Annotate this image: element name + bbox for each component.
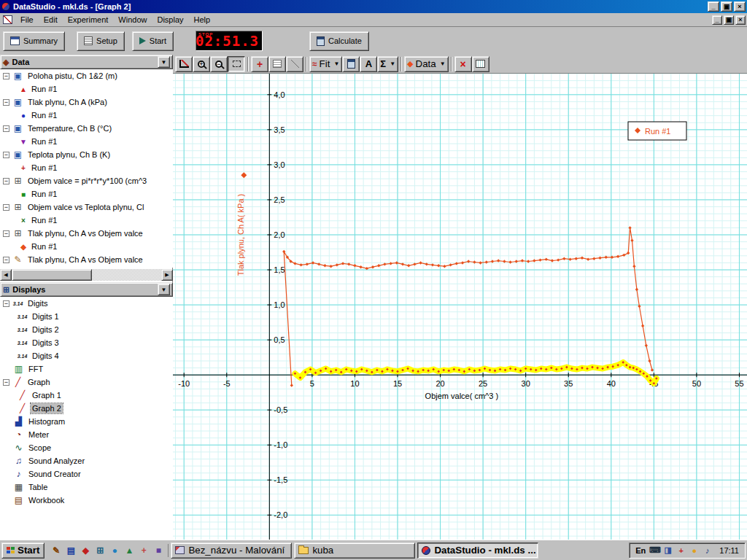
data-source-item[interactable]: −⊞Tlak plynu, Ch A vs Objem valce	[0, 227, 173, 240]
tree-expand-icon[interactable]: −	[3, 300, 9, 307]
quick-launch-1-icon[interactable]: ✎	[50, 544, 63, 557]
scroll-right-button[interactable]: ▶	[161, 269, 173, 281]
run-item[interactable]: ●Run #1	[0, 109, 173, 122]
tray-display-icon[interactable]: ◨	[662, 545, 673, 556]
menu-window[interactable]: Window	[113, 14, 152, 26]
zoom-select-button[interactable]	[228, 56, 245, 72]
tray-volume-icon[interactable]: ♪	[702, 545, 713, 556]
tree-expand-icon[interactable]: −	[3, 152, 9, 158]
data-source-item[interactable]: −▣Poloha pistu, Ch 1&2 (m)	[0, 69, 173, 82]
close-button[interactable]: ×	[734, 1, 746, 12]
smart-tool-button[interactable]: +	[251, 56, 268, 72]
menu-edit[interactable]: Edit	[39, 14, 63, 26]
tree-expand-icon[interactable]: −	[3, 73, 9, 79]
quick-launch-4-icon[interactable]: ⊞	[93, 544, 107, 557]
statistics-menu-button[interactable]: Σ▼	[377, 56, 398, 72]
graph-settings-button[interactable]	[472, 56, 489, 72]
display-subitem[interactable]: ╱Graph 2	[0, 402, 173, 415]
delete-button[interactable]: ×	[454, 56, 472, 72]
text-annotation-button[interactable]: A	[360, 56, 377, 72]
tree-expand-icon[interactable]: −	[3, 230, 9, 237]
data-tree-scrollbar[interactable]: ◀ ▶	[0, 269, 173, 281]
data-source-item[interactable]: −⊞Objem valce vs Teplota plynu, Cl	[0, 201, 173, 214]
data-source-item[interactable]: −✎Tlak plynu, Ch A vs Objem valce	[0, 253, 173, 266]
run-item[interactable]: ×Run #1	[0, 214, 173, 227]
quick-launch-3-icon[interactable]: ◆	[79, 544, 92, 557]
data-source-item[interactable]: −▣Tlak plynu, Ch A (kPa)	[0, 96, 173, 109]
displays-header-dropdown[interactable]: ▼	[158, 284, 170, 295]
notes-tool-button[interactable]	[268, 56, 286, 72]
menu-help[interactable]: Help	[189, 14, 216, 26]
tree-expand-icon[interactable]: −	[3, 204, 9, 211]
graph-display[interactable]: -10-55101520253035404550554,03,53,02,52,…	[173, 74, 747, 540]
tree-expand-icon[interactable]: −	[3, 178, 9, 184]
run-item[interactable]: ▼Run #1	[0, 135, 173, 148]
quick-launch-5-icon[interactable]: ●	[108, 544, 121, 557]
scale-to-fit-button[interactable]	[175, 56, 193, 72]
tray-keyboard-icon[interactable]: ⌨	[649, 545, 660, 556]
data-source-item[interactable]: −▣Teplota plynu, Ch B (K)	[0, 148, 173, 161]
run-item[interactable]: ▲Run #1	[0, 82, 173, 96]
tree-expand-icon[interactable]: −	[3, 125, 9, 132]
tray-antivirus-icon[interactable]: +	[676, 545, 686, 556]
calculate-tool-button[interactable]	[342, 56, 360, 72]
display-subitem[interactable]: 3.14Digits 1	[0, 310, 173, 323]
display-subitem[interactable]: 3.14Digits 2	[0, 323, 173, 336]
scrollbar-thumb[interactable]	[12, 269, 92, 281]
scroll-left-button[interactable]: ◀	[0, 269, 12, 281]
data-menu-button[interactable]: ◆Data▼	[404, 56, 449, 72]
mdi-close-button[interactable]: ×	[735, 15, 746, 25]
display-item[interactable]: ♫Sound Analyzer	[0, 454, 173, 467]
tree-expand-icon[interactable]: −	[3, 257, 9, 263]
display-subitem[interactable]: ╱Graph 1	[0, 389, 173, 402]
menu-display[interactable]: Display	[152, 14, 188, 26]
tree-expand-icon[interactable]: −	[3, 99, 9, 106]
taskbar-clock[interactable]: 17:11	[716, 546, 739, 555]
task-button-datastudio[interactable]: DataStudio - mkl.ds ...	[417, 542, 538, 559]
tray-scheduler-icon[interactable]: ●	[689, 545, 700, 556]
data-header-dropdown[interactable]: ▼	[158, 56, 170, 68]
display-item[interactable]: ▦Table	[0, 481, 173, 494]
run-item[interactable]: ◆Run #1	[0, 240, 173, 253]
summary-button[interactable]: Summary	[3, 31, 65, 51]
display-item[interactable]: −3.14Digits	[0, 297, 173, 310]
data-source-item[interactable]: −▣Temperature, Ch B (°C)	[0, 122, 173, 135]
task-button-folder[interactable]: kuba	[294, 542, 415, 559]
zoom-in-button[interactable]: +	[193, 56, 210, 72]
quick-launch-6-icon[interactable]: ▲	[123, 544, 136, 557]
display-item[interactable]: ▟Histogram	[0, 415, 173, 428]
run-item[interactable]: ■Run #1	[0, 187, 173, 201]
orange-diamond-marker: ◆	[19, 243, 28, 251]
minimize-button[interactable]: _	[708, 1, 719, 12]
menu-file[interactable]: File	[15, 14, 39, 26]
quick-launch-2-icon[interactable]: ▤	[64, 544, 77, 557]
mdi-restore-button[interactable]: ▣	[724, 15, 734, 25]
display-item[interactable]: ▥FFT	[0, 362, 173, 376]
tree-expand-icon[interactable]: −	[3, 379, 9, 386]
slope-tool-button[interactable]	[286, 56, 303, 72]
zoom-out-button[interactable]: −	[210, 56, 228, 72]
run-item[interactable]: +Run #1	[0, 161, 173, 174]
display-subitem[interactable]: 3.14Digits 4	[0, 349, 173, 362]
calculate-button[interactable]: Calculate	[309, 31, 369, 51]
display-subitem[interactable]: 3.14Digits 3	[0, 336, 173, 349]
quick-launch-7-icon[interactable]: +	[137, 544, 150, 557]
menu-experiment[interactable]: Experiment	[63, 14, 114, 26]
mdi-minimize-button[interactable]: _	[712, 15, 722, 25]
start-button[interactable]: Start	[132, 31, 174, 51]
data-source-item[interactable]: −⊞Objem valce = pi*r*r*y*100 (cm^3	[0, 174, 173, 187]
quick-launch-8-icon[interactable]: ■	[152, 544, 165, 557]
task-button-paint[interactable]: Bez_názvu - Malování	[171, 542, 292, 559]
display-item[interactable]: ∿Scope	[0, 441, 173, 454]
graph-plot[interactable]: -10-55101520253035404550554,03,53,02,52,…	[173, 74, 747, 540]
setup-button[interactable]: Setup	[77, 31, 125, 51]
display-item[interactable]: ▤Workbook	[0, 494, 173, 507]
scrollbar-track[interactable]	[12, 269, 161, 281]
display-item[interactable]: ◔Meter	[0, 428, 173, 441]
fit-menu-button[interactable]: ≈Fit▼	[309, 56, 342, 72]
maximize-button[interactable]: ▣	[721, 1, 732, 12]
display-item[interactable]: ♪Sound Creator	[0, 467, 173, 481]
language-indicator[interactable]: En	[635, 546, 646, 555]
start-menu-button[interactable]: Start	[1, 542, 44, 559]
display-item[interactable]: −╱Graph	[0, 376, 173, 389]
